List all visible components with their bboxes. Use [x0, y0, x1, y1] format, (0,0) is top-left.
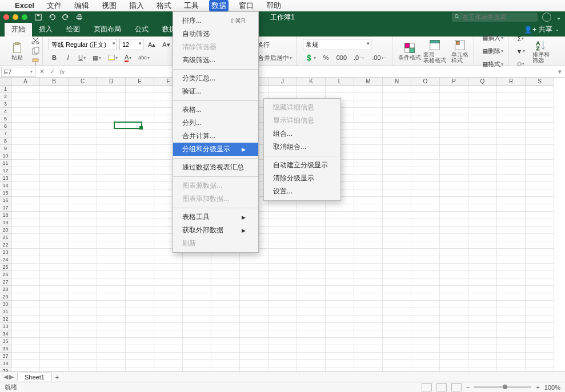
cell[interactable] [468, 249, 497, 256]
cell[interactable] [354, 249, 383, 256]
cell[interactable] [383, 130, 411, 138]
cell[interactable] [97, 93, 126, 100]
cell[interactable] [383, 197, 411, 204]
cell[interactable] [97, 345, 126, 353]
cell[interactable] [526, 256, 554, 264]
cell[interactable] [240, 330, 269, 338]
cell[interactable] [468, 271, 497, 278]
cell[interactable] [97, 160, 126, 167]
cell[interactable] [11, 256, 40, 264]
cell[interactable] [468, 182, 497, 189]
cell[interactable] [69, 249, 97, 256]
currency-button[interactable]: 💲▾ [303, 52, 318, 63]
cell[interactable] [526, 264, 554, 271]
cell[interactable] [240, 345, 269, 353]
cell[interactable] [183, 367, 211, 371]
cell[interactable] [468, 293, 497, 301]
cell[interactable] [411, 227, 440, 234]
cell[interactable] [526, 108, 554, 115]
cell[interactable] [383, 264, 411, 271]
cell[interactable] [526, 338, 554, 345]
cell[interactable] [40, 286, 69, 293]
column-header[interactable]: M [354, 78, 383, 86]
cell[interactable] [40, 93, 69, 100]
cell[interactable] [40, 175, 69, 182]
cell[interactable] [526, 330, 554, 338]
cell[interactable] [468, 308, 497, 316]
cell[interactable] [126, 160, 154, 167]
cell[interactable] [440, 182, 468, 189]
cell[interactable] [497, 93, 526, 100]
cell[interactable] [11, 219, 40, 227]
cell[interactable] [468, 152, 497, 160]
cell[interactable] [269, 86, 297, 93]
cell[interactable] [40, 316, 69, 323]
cell[interactable] [383, 167, 411, 175]
cell[interactable] [411, 278, 440, 286]
cell[interactable] [297, 204, 326, 212]
cell[interactable] [468, 138, 497, 145]
cell[interactable] [526, 219, 554, 227]
cell[interactable] [411, 108, 440, 115]
cell[interactable] [411, 182, 440, 189]
cell[interactable] [40, 323, 69, 330]
page-layout-view-button[interactable] [436, 383, 447, 391]
row-header[interactable]: 28 [0, 286, 11, 293]
cell[interactable] [354, 160, 383, 167]
cell[interactable] [97, 286, 126, 293]
increase-decimal-button[interactable]: .0→ [351, 52, 367, 63]
cell[interactable] [40, 249, 69, 256]
menu-item[interactable]: 取消组合... [264, 140, 340, 153]
cell[interactable] [97, 360, 126, 367]
cell[interactable] [69, 145, 97, 152]
cell[interactable] [211, 330, 240, 338]
cell[interactable] [468, 86, 497, 93]
cell[interactable] [497, 123, 526, 130]
cell[interactable] [126, 100, 154, 108]
cut-icon[interactable] [31, 36, 40, 45]
cell[interactable] [497, 234, 526, 241]
cell[interactable] [11, 264, 40, 271]
cell[interactable] [383, 182, 411, 189]
cell[interactable] [240, 278, 269, 286]
cell[interactable] [97, 130, 126, 138]
cell[interactable] [326, 286, 354, 293]
row-header[interactable]: 33 [0, 323, 11, 330]
cell[interactable] [40, 167, 69, 175]
cell[interactable] [211, 345, 240, 353]
cell[interactable] [526, 175, 554, 182]
cell[interactable] [440, 93, 468, 100]
cell[interactable] [383, 138, 411, 145]
cell[interactable] [97, 293, 126, 301]
cell[interactable] [440, 249, 468, 256]
cell[interactable] [40, 86, 69, 93]
cell[interactable] [354, 241, 383, 249]
cell[interactable] [11, 115, 40, 123]
cell[interactable] [411, 175, 440, 182]
format-painter-icon[interactable] [31, 58, 40, 67]
cell[interactable] [269, 241, 297, 249]
cell[interactable] [497, 189, 526, 197]
cell[interactable] [11, 167, 40, 175]
row-header[interactable]: 6 [0, 123, 11, 130]
cell[interactable] [269, 227, 297, 234]
cell[interactable] [69, 86, 97, 93]
cell[interactable] [354, 115, 383, 123]
cell[interactable] [497, 301, 526, 308]
cell[interactable] [497, 241, 526, 249]
cell[interactable] [269, 204, 297, 212]
cell[interactable] [240, 338, 269, 345]
cell[interactable] [497, 100, 526, 108]
cell[interactable] [354, 167, 383, 175]
row-header[interactable]: 9 [0, 145, 11, 152]
column-header[interactable]: L [326, 78, 354, 86]
cell[interactable] [11, 360, 40, 367]
cell[interactable] [126, 93, 154, 100]
cell[interactable] [97, 197, 126, 204]
cell[interactable] [97, 167, 126, 175]
cell[interactable] [526, 367, 554, 371]
cell[interactable] [269, 367, 297, 371]
comma-button[interactable]: 000 [334, 52, 349, 63]
minimize-window-button[interactable] [13, 14, 18, 20]
cell[interactable] [269, 323, 297, 330]
